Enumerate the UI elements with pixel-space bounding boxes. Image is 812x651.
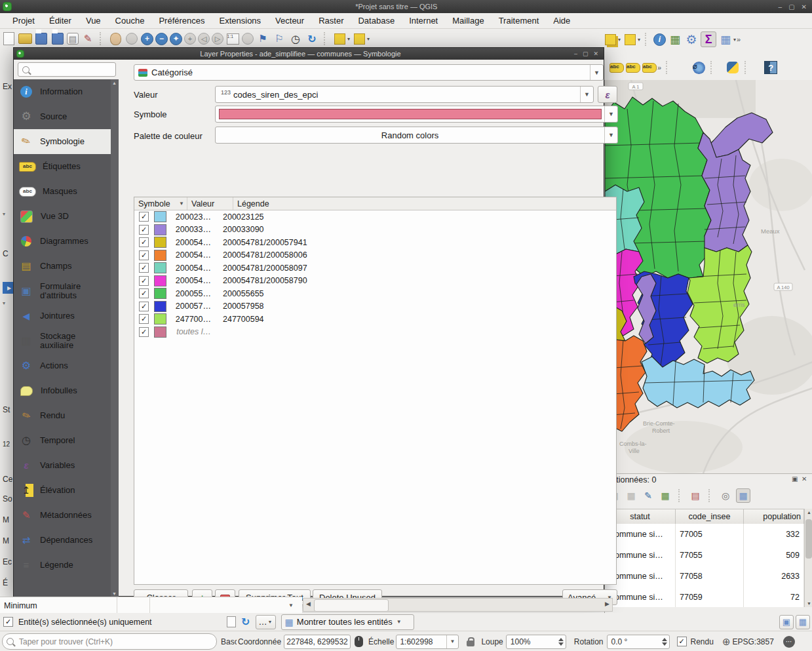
filter-mode-combo[interactable]: ▦ Montrer toutes les entités ▼ [281, 614, 414, 630]
category-row[interactable]: 200054…200054781/200058790 [134, 275, 616, 288]
color-swatch[interactable] [154, 275, 166, 286]
color-swatch[interactable] [154, 250, 166, 261]
save-project-icon[interactable] [34, 31, 48, 46]
sidebar-item-rendu[interactable]: Rendu [14, 403, 119, 428]
category-row-all-others[interactable]: toutes l… [134, 326, 616, 339]
dock-attribute-table-icon[interactable]: ▦ [736, 488, 750, 503]
sidebar-item-symbologie[interactable]: Symbologie [14, 129, 119, 154]
category-checkbox[interactable] [139, 314, 149, 324]
sidebar-item-formulaire[interactable]: Formulaire d'attributs [14, 279, 119, 304]
coordinate-input[interactable]: 227848, 6299532 [284, 635, 351, 649]
minimize-icon[interactable]: – [779, 3, 783, 10]
dialog-maximize-icon[interactable]: ▢ [583, 50, 589, 57]
category-checkbox[interactable] [139, 250, 149, 260]
form-view-icon[interactable] [224, 615, 239, 629]
sidebar-item-temporel[interactable]: Temporel [14, 428, 119, 453]
selected-only-checkbox[interactable] [3, 617, 13, 627]
renderer-combo[interactable]: Catégorisé ▼ [134, 64, 604, 81]
label-pin-abc-icon[interactable]: abc [609, 60, 624, 75]
menu-editer[interactable]: Éditer [43, 14, 77, 27]
header-legende[interactable]: Légende [233, 197, 616, 210]
category-row[interactable]: 200057…200057958 [134, 300, 616, 313]
symbol-preview-button[interactable]: ▼ [215, 106, 618, 123]
menu-database[interactable]: Database [352, 14, 400, 27]
layout-manager-icon[interactable]: ▤ [67, 33, 79, 45]
paste-features-icon[interactable]: ▦ [625, 489, 638, 502]
zoom-full-extent-icon[interactable]: ✦ [170, 33, 182, 45]
temporal-controller-icon[interactable]: ◷ [288, 31, 303, 46]
move-feature-icon[interactable] [623, 32, 637, 47]
menu-raster[interactable]: Raster [313, 14, 349, 27]
shortcuts-panel-icon[interactable]: ▣ [779, 615, 794, 629]
sidebar-item-information[interactable]: Information [14, 79, 119, 104]
messages-icon[interactable]: ⋯ [783, 636, 795, 648]
table-row[interactable]: Commune si… 77005 332 [605, 524, 804, 545]
category-checkbox[interactable] [139, 327, 149, 337]
expression-builder-button[interactable]: ε [598, 86, 617, 103]
sidebar-item-vue-3d[interactable]: Vue 3D [14, 204, 119, 229]
close-icon[interactable]: ✕ [802, 3, 807, 10]
menu-vue[interactable]: Vue [80, 14, 107, 27]
zoom-last-icon[interactable]: ◁ [198, 33, 210, 45]
zoom-native-icon[interactable]: 1:1 [225, 31, 240, 46]
category-checkbox[interactable] [139, 237, 149, 247]
menu-projet[interactable]: Projet [7, 14, 41, 27]
menu-preferences[interactable]: Préférences [153, 14, 210, 27]
pan-map-icon[interactable] [108, 31, 123, 46]
category-row[interactable]: 200054…200054781/200058006 [134, 249, 616, 262]
processing-gear-icon[interactable]: ⚙ [684, 32, 699, 47]
attribute-table-icon[interactable]: ▦ [718, 32, 733, 47]
sidebar-item-metadonnees[interactable]: Métadonnées [14, 503, 119, 528]
table-row[interactable]: Commune si… 77059 72 [605, 587, 804, 607]
open-project-icon[interactable] [18, 31, 32, 46]
new-project-icon[interactable] [1, 31, 16, 46]
sidebar-item-dependances[interactable]: Dépendances [14, 528, 119, 553]
menu-maillage[interactable]: Maillage [446, 14, 490, 27]
scroll-left-icon[interactable]: ◀ [306, 601, 311, 607]
lock-scale-icon[interactable] [467, 641, 474, 646]
category-row[interactable]: 200055…200055655 [134, 287, 616, 300]
toggle-editing-icon[interactable]: ✎ [642, 489, 655, 502]
refresh-table-icon[interactable]: ↻ [239, 615, 253, 629]
col-code-insee[interactable]: code_insee [676, 509, 744, 524]
dialog-close-icon[interactable]: ✕ [593, 50, 598, 57]
horizontal-scrollbar[interactable]: ◀ ▶ [303, 598, 613, 612]
sidebar-item-actions[interactable]: Actions [14, 353, 119, 378]
table-row[interactable]: Commune si… 77058 2633 [605, 566, 804, 587]
save-as-icon[interactable] [50, 31, 65, 46]
color-swatch[interactable] [154, 224, 166, 235]
show-bookmarks-icon[interactable]: ⚐ [272, 31, 286, 46]
python-console-icon[interactable] [725, 60, 740, 75]
menu-vecteur[interactable]: Vecteur [269, 14, 310, 27]
conditional-formatting-icon[interactable]: ▤ [689, 489, 702, 502]
dropdown-arrow-icon[interactable]: ▼ [288, 602, 294, 608]
rotation-spinner[interactable]: 0.0 ° [607, 635, 670, 649]
sidebar-item-source[interactable]: Source [14, 104, 119, 129]
category-row[interactable]: 200023…200023125 [134, 210, 616, 224]
label-move-abc-icon[interactable]: abc [642, 60, 657, 75]
scale-combo[interactable]: 1:602998▼ [396, 635, 459, 649]
color-swatch[interactable] [154, 262, 166, 273]
table-row[interactable]: Commune si… 77055 509 [605, 545, 804, 566]
color-swatch[interactable] [154, 326, 166, 338]
statistics-abacus-icon[interactable]: ▦ [668, 32, 682, 47]
maximize-icon[interactable]: ▢ [788, 3, 794, 10]
color-swatch[interactable] [154, 211, 166, 222]
sidebar-item-infobulles[interactable]: Infobulles [14, 378, 119, 403]
select-features-icon[interactable] [332, 31, 347, 46]
header-symbole[interactable]: Symbole▼ [134, 197, 187, 210]
sidebar-item-stockage[interactable]: Stockage auxiliaire [14, 328, 119, 353]
zoom-out-icon[interactable]: − [155, 33, 168, 45]
style-manager-icon[interactable]: ✎ [81, 31, 95, 46]
sidebar-item-variables[interactable]: Variables [14, 453, 119, 478]
scroll-right-icon[interactable]: ▶ [605, 601, 609, 607]
category-checkbox[interactable] [139, 276, 149, 286]
label-highlight-abc-icon[interactable]: abc [626, 60, 640, 75]
render-checkbox[interactable] [677, 637, 687, 646]
statistics-sigma-icon[interactable]: Σ [701, 31, 716, 47]
zoom-to-selection-icon[interactable]: + [184, 33, 196, 45]
label-toolbar-overflow-chevron[interactable]: » [657, 64, 661, 71]
locator-search-input[interactable]: Taper pour trouver (Ctrl+K) [2, 633, 217, 650]
dock-panel-icon[interactable]: ▦ [796, 615, 810, 629]
category-row[interactable]: 200054…200054781/200057941 [134, 236, 616, 249]
